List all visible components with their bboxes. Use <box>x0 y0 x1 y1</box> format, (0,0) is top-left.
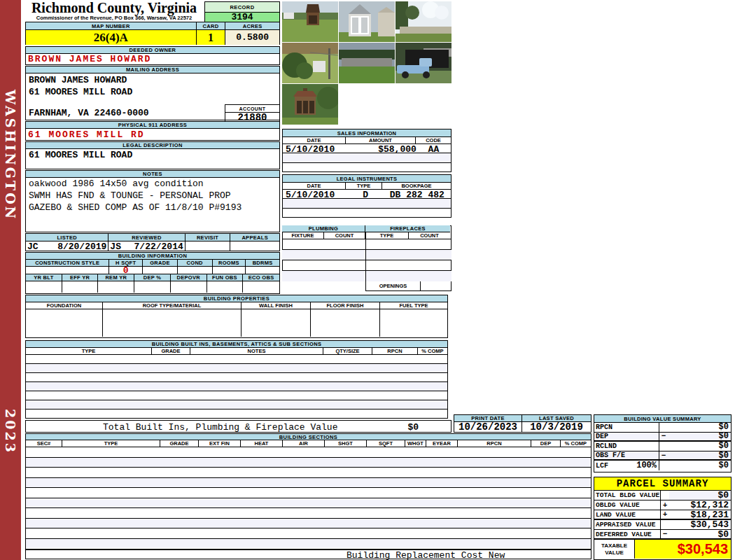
sales-amount-label: AMOUNT <box>346 137 416 144</box>
sales-amount-value: $58,000 <box>348 144 416 153</box>
fixture-label: FIXTURE <box>282 232 324 239</box>
appraised-value-op <box>661 520 669 529</box>
acres-value: 0.5800 <box>225 30 279 45</box>
fun-obs-label: FUN OBS <box>207 274 244 281</box>
empty-row <box>26 382 447 391</box>
empty-row <box>283 163 451 172</box>
fuel-type-label: FUEL TYPE <box>380 302 447 309</box>
record-label: RECORD <box>204 1 280 13</box>
empty-row <box>26 498 591 509</box>
parcel-row: DEFERRED VALUE − $0 <box>594 530 731 540</box>
last-saved-label: LAST SAVED <box>522 415 591 422</box>
sales-row: 5/10/2010 $58,000 AA <box>283 144 451 153</box>
listed-label: LISTED <box>26 234 108 241</box>
plumbing-title: PLUMBING <box>282 225 365 232</box>
physical-address-label: PHYSICAL 911 ADDRESS <box>25 121 280 129</box>
parcel-row: TOTAL BLDG VALUE $0 <box>594 491 731 500</box>
eco-obs-label: ECO OBS <box>243 274 279 281</box>
instrument-type-value: D <box>348 190 384 198</box>
deferred-value-label: DEFERRED VALUE <box>594 530 661 538</box>
total-bldg-value: $0 <box>669 491 731 500</box>
h-sqft-label: H SQFT <box>109 260 143 266</box>
total-built-ins-label: Total Built Ins, Plumbing & Fireplace Va… <box>103 422 337 433</box>
photo-empty-slot <box>339 84 395 125</box>
yr-blt-label: YR BLT <box>26 274 62 281</box>
legal-description-label: LEGAL DESCRIPTION <box>25 141 280 149</box>
deeded-owner-label: DEEDED OWNER <box>25 46 280 54</box>
foundation-label: FOUNDATION <box>26 302 103 309</box>
building-value-summary: BUILDING VALUE SUMMARY RPCN $0 DEP − $0 … <box>594 414 732 472</box>
sec-num-label: SEC# <box>26 440 62 447</box>
building-information-title: BUILDING INFORMATION <box>25 252 280 260</box>
openings-value <box>421 281 451 290</box>
rem-yr-value <box>98 281 134 293</box>
notes-box: oakwood 1986 14x50 avg condition SWMH HA… <box>25 178 280 232</box>
fireplaces-title: FIREPLACES <box>365 225 450 232</box>
page-subtitle: Commissioner of the Revenue, PO Box 366,… <box>25 15 203 21</box>
wall-finish-value <box>241 309 311 337</box>
parcel-row: OBLDG VALUE + $12,312 <box>594 500 731 510</box>
county-title-block: Richmond County, Virginia Commissioner o… <box>25 1 203 21</box>
obldg-value: $12,312 <box>669 500 731 510</box>
built-ins-table: TYPE GRADE NOTES QTY/SIZE RPCN % COMP <box>25 348 448 419</box>
sec-whgt-label: WHGT <box>405 440 426 447</box>
sec-comp-label: % COMP <box>561 440 591 447</box>
legal-description-value: 61 MOORES MILL ROAD <box>26 149 279 160</box>
building-value-summary-title: BUILDING VALUE SUMMARY <box>594 415 731 423</box>
reviewed-value: JS 7/22/2014 <box>108 241 185 251</box>
openings-label: OPENINGS <box>366 281 421 290</box>
reviewed-label: REVIEWED <box>108 234 185 241</box>
floor-finish-value <box>311 309 380 337</box>
physical-address-value: 61 MOORES MILL RD <box>25 129 280 141</box>
footer-row: Building Replacement Cost New <box>25 550 592 559</box>
h-sqft-value: 0 <box>109 267 143 274</box>
grade-label: GRADE <box>143 260 178 266</box>
openings-row: OPENINGS <box>365 281 451 291</box>
photo-gazebo-yard[interactable] <box>282 1 338 42</box>
taxable-value-row: TAXABLE VALUE $30,543 <box>594 540 731 559</box>
yr-blt-value <box>26 281 62 293</box>
photo-mobile-home-lawn[interactable] <box>339 43 395 83</box>
floor-finish-label: FLOOR FINISH <box>311 302 380 309</box>
sec-sqft-label: SQFT <box>367 440 405 447</box>
building-sections-table: SEC# TYPE GRADE EXT FIN HEAT AIR SHGT SQ… <box>25 440 592 550</box>
bvs-row: OBS F/E − $0 <box>594 451 731 461</box>
listed-date: 8/20/2019 <box>57 241 106 251</box>
building-sections-title: BUILDING SECTIONS <box>25 433 592 440</box>
photo-blue-truck[interactable] <box>396 43 451 83</box>
sidebar-county-label: WASHINGTON <box>3 90 18 220</box>
record-box: RECORD 3194 <box>204 1 280 21</box>
builtin-rpcn-label: RPCN <box>372 348 418 354</box>
builtin-grade-label: GRADE <box>152 348 190 354</box>
fun-obs-value <box>207 281 244 293</box>
photo-mobile-home-trees[interactable] <box>396 1 451 42</box>
dep-pct-label: DEP % <box>134 274 171 281</box>
photo-white-shed[interactable] <box>339 1 395 42</box>
eff-yr-label: EFF YR <box>62 274 99 281</box>
record-value: 3194 <box>204 13 280 22</box>
total-built-ins-row: Total Built Ins, Plumbing & Fireplace Va… <box>25 420 451 433</box>
photo-gazebo-closeup[interactable] <box>282 84 338 125</box>
foundation-value <box>26 309 103 337</box>
bvs-lcf-value: $0 <box>668 461 731 470</box>
photo-grid <box>282 1 451 125</box>
empty-row <box>26 508 591 519</box>
photo-bush-fence[interactable] <box>282 43 338 83</box>
empty-row <box>26 519 591 529</box>
bvs-dep-label: DEP <box>594 433 659 441</box>
last-saved-value: 10/3/2019 <box>522 422 591 432</box>
sec-dep-label: DEP <box>531 440 561 447</box>
parcel-row: APPRAISED VALUE $30,543 <box>594 520 731 530</box>
appeals-value <box>230 241 279 251</box>
builtin-comp-label: % COMP <box>418 348 447 354</box>
bvs-row: LCF 100% $0 <box>594 461 731 470</box>
empty-row <box>26 447 591 458</box>
builtin-notes-label: NOTES <box>190 348 323 354</box>
empty-row <box>283 153 451 163</box>
grade-value <box>143 267 178 274</box>
empty-row <box>283 209 451 218</box>
sec-heat-label: HEAT <box>241 440 283 447</box>
instrument-bookpage-label: BOOKPAGE <box>382 183 451 189</box>
sec-rpcn-label: RPCN <box>458 440 531 447</box>
construction-style-value <box>26 267 109 274</box>
